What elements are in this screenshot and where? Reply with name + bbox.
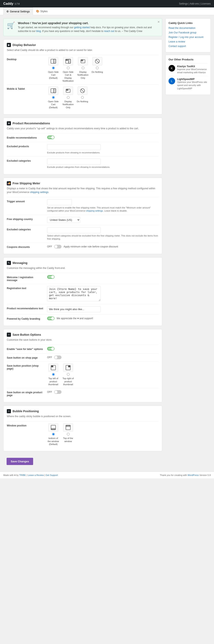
link-review[interactable]: Leave a review [169, 40, 208, 43]
product-rec-text-label: Product recommendations text [7, 306, 44, 310]
trigger-amount-input[interactable] [47, 199, 72, 205]
save-button-title: Save Button Options [12, 333, 41, 336]
close-icon[interactable]: ✕ [157, 20, 160, 24]
tribe-link[interactable]: TRIBE [19, 474, 26, 476]
footer-right: Thank you for creating with WordPress Ve… [160, 474, 211, 476]
desktop-option-nothing[interactable]: Do Nothing [92, 57, 103, 82]
tab-styles[interactable]: 🎨 Styles [33, 8, 51, 15]
desktop-open-cart-radio[interactable] [52, 66, 55, 69]
free-shipping-section: 🚚 Free Shipping Meter Displays a meter i… [3, 178, 162, 254]
svg-rect-21 [68, 366, 70, 367]
excluded-cats-rec-hint: Exclude product categories from showing … [47, 166, 159, 169]
lightspeed-info: LightSpeedWP Optimize your WordPress sit… [177, 78, 208, 90]
trigger-amount-control: Set an amount to enable the free shippin… [47, 199, 159, 212]
top-window-label: Top of the window [62, 437, 74, 443]
sidebar: Caddy Quick Links Read the documentation… [165, 18, 211, 468]
desktop-option-open-cart[interactable]: Open Side Cart (Default) [47, 57, 59, 82]
save-shop-page-toggle[interactable] [54, 356, 62, 359]
svg-line-10 [96, 60, 99, 63]
excluded-products-hint: Exclude products from showing in recomme… [47, 151, 159, 154]
version-badge: 1.7.6 [15, 2, 19, 5]
svg-rect-6 [66, 60, 68, 61]
blog-link[interactable]: blog [36, 30, 41, 32]
product-rec-text-input[interactable] [47, 306, 101, 312]
settings-link[interactable]: Settings [179, 2, 188, 5]
link-register[interactable]: Register / Log into your account [169, 36, 208, 38]
desktop-notify-only-label: Display Notification Only [77, 70, 89, 80]
shipping-country-select[interactable]: United States (US) United Kingdom (UK) C… [47, 217, 80, 223]
enable-save-later-toggle[interactable]: ON [47, 347, 55, 350]
top-window-radio[interactable] [67, 433, 70, 436]
desktop-open-notify-radio[interactable] [67, 66, 70, 69]
link-support[interactable]: Contact support [169, 45, 208, 48]
mobile-option-nothing[interactable]: Do Nothing [77, 86, 88, 109]
desktop-nothing-radio[interactable] [96, 66, 99, 69]
position-top[interactable]: Top of the window [62, 423, 74, 446]
desktop-notify-only-radio[interactable] [82, 66, 84, 69]
tab-general-settings[interactable]: ⚙ General Settings [3, 8, 33, 15]
addons-link[interactable]: Add-ons [190, 2, 199, 5]
excluded-cats-rec-input[interactable] [47, 158, 101, 164]
quick-links-title: Caddy Quick Links [169, 22, 208, 24]
excluded-cats-shipping-input[interactable] [47, 227, 101, 233]
shipping-settings-link-2[interactable]: shipping settings [86, 210, 103, 212]
mobile-open-cart-radio[interactable] [52, 96, 55, 99]
leave-review-link[interactable]: Leave a Review [28, 474, 44, 476]
shipping-settings-link-1[interactable]: shipping settings [30, 191, 48, 194]
get-support-link[interactable]: Get Support [46, 474, 58, 476]
klaviyo-desc: Improve your WooCommerce email marketing… [177, 68, 208, 74]
save-shop-page-label: Save button on shop page [7, 356, 44, 359]
welcome-msg-toggle[interactable]: ON [47, 275, 55, 279]
mobile-nothing-radio[interactable] [81, 96, 84, 99]
save-shop-page-inline: OFF [47, 356, 159, 359]
top-left-radio[interactable] [52, 373, 55, 376]
licenses-link[interactable]: Licenses [201, 2, 211, 5]
top-right-radio[interactable] [67, 373, 70, 376]
excluded-cats-shipping-row: Excluded categories Select which categor… [7, 225, 159, 243]
save-single-page-row: Save button on single product page OFF [7, 388, 159, 399]
save-button-header: + Save Button Options [7, 332, 159, 337]
enable-rec-toggle[interactable]: ON [47, 136, 55, 139]
shipping-country-row: Free shipping country United States (US)… [7, 215, 159, 225]
excluded-products-input[interactable] [47, 144, 101, 150]
excluded-cats-shipping-hint: Select which categories should be exclud… [47, 234, 159, 241]
shipping-country-label: Free shipping country [7, 217, 44, 221]
save-changes-button[interactable]: Save Changes [6, 458, 33, 465]
product-rec-title: Product Recommendations [12, 122, 50, 125]
position-top-left[interactable]: Top left of product thumbnail [47, 364, 59, 386]
link-read-docs[interactable]: Read the documentation [169, 26, 208, 30]
bottom-window-label: bottom of the window (Default) [47, 437, 59, 446]
save-single-toggle[interactable] [54, 390, 62, 394]
desktop-option-open-notify[interactable]: Open Side Cart & Display Notification [62, 57, 74, 82]
position-bottom[interactable]: bottom of the window (Default) [47, 423, 59, 446]
desktop-option-notify-only[interactable]: Display Notification Only [77, 57, 89, 82]
mobile-notify-only-radio[interactable] [67, 96, 70, 99]
link-facebook[interactable]: Join Our Facebook group [169, 31, 208, 34]
top-left-label: Top left of product thumbnail [47, 377, 59, 386]
mobile-option-open-cart[interactable]: Open Side Cart (Default) [47, 86, 59, 109]
svg-rect-19 [51, 366, 53, 367]
mobile-nothing-label: Do Nothing [77, 100, 88, 103]
mobile-open-cart-label: Open Side Cart (Default) [47, 100, 59, 109]
toggle-knob [51, 136, 54, 139]
save-position-control: Top left of product thumbnail Top right … [47, 364, 159, 386]
trigger-amount-row: Trigger amount Set an amount to enable t… [7, 197, 159, 215]
lightspeed-product: L LightSpeedWP Optimize your WordPress s… [169, 76, 208, 92]
wordpress-link[interactable]: WordPress [188, 474, 199, 476]
registration-text-input[interactable]: Join {Store Name} to save your cart, sav… [47, 286, 101, 301]
branding-toggle-knob [51, 317, 54, 320]
coupons-toggle[interactable] [54, 245, 62, 248]
window-position-row: Window position bottom of the window [7, 421, 159, 448]
position-top-right[interactable]: Top right of product thumbnail [62, 364, 74, 386]
caddy-branding-row: Powered by Caddy branding ON We apprecia… [7, 314, 159, 322]
klaviyo-info: Klaviyo ToolKit Improve your WooCommerce… [177, 65, 208, 74]
coupons-label: Coupons discounts [7, 245, 44, 248]
enable-rec-row: Enable recommendations ON [7, 133, 159, 142]
reach-out-link[interactable]: reach out [104, 30, 114, 32]
getting-started-link[interactable]: getting started [74, 26, 90, 29]
bottom-window-radio[interactable] [52, 433, 55, 436]
mobile-option-notify-only[interactable]: Display Notification Only [62, 86, 74, 109]
save-button-desc: Customize the save buttons in your store… [7, 338, 159, 342]
caddy-branding-toggle[interactable]: ON [47, 316, 55, 320]
admin-header: Caddy 1.7.6 Settings | Add-ons | License… [0, 0, 214, 8]
